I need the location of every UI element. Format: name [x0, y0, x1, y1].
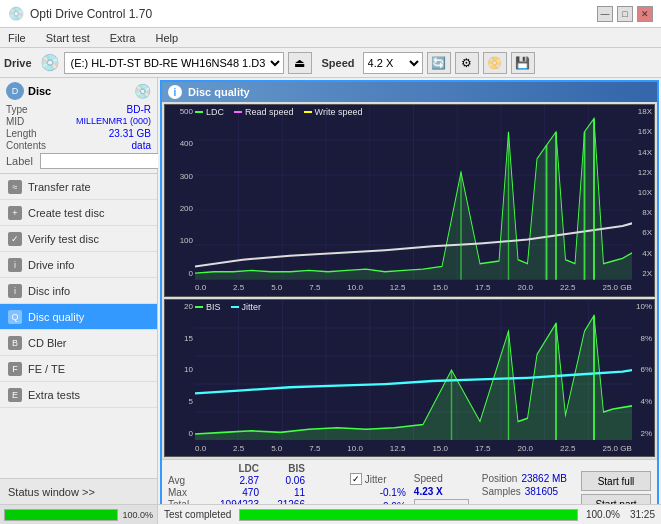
sidebar-item-extra-tests[interactable]: E Extra tests [0, 382, 157, 408]
byr-label-6: 6% [634, 365, 652, 374]
sidebar-progress-bar-container: 100.0% [0, 504, 157, 524]
avg-ldc-val: 2.87 [204, 475, 259, 486]
eject-button[interactable]: ⏏ [288, 52, 312, 74]
refresh-button[interactable]: 🔄 [427, 52, 451, 74]
bottom-status: Test completed 100.0% 31:25 [158, 504, 661, 524]
minimize-button[interactable]: — [597, 6, 613, 22]
yr-label-4x: 4X [634, 249, 652, 258]
yr-label-14x: 14X [634, 148, 652, 157]
start-full-button[interactable]: Start full [581, 471, 651, 491]
disc-length-row: Length 23.31 GB [6, 128, 151, 139]
sidebar-item-disc-quality[interactable]: Q Disc quality [0, 304, 157, 330]
save-button[interactable]: 💾 [511, 52, 535, 74]
sidebar-item-create-test-disc[interactable]: + Create test disc [0, 200, 157, 226]
position-value: 23862 MB [521, 473, 567, 484]
avg-label: Avg [168, 475, 198, 486]
avg-jitter-val: -0.1% [366, 487, 406, 498]
disc-label-row: Label 🔍 [6, 153, 151, 169]
bottom-chart-legend: BIS Jitter [195, 302, 261, 312]
settings-button[interactable]: ⚙ [455, 52, 479, 74]
sidebar-item-transfer-rate[interactable]: ≈ Transfer rate [0, 174, 157, 200]
drive-select[interactable]: (E:) HL-DT-ST BD-RE WH16NS48 1.D3 [64, 52, 284, 74]
legend-ldc: LDC [195, 107, 224, 117]
close-button[interactable]: ✕ [637, 6, 653, 22]
disc-contents-label: Contents [6, 140, 56, 151]
y-label-400: 400 [167, 139, 193, 148]
top-chart-svg [195, 105, 632, 280]
max-ldc-val: 470 [204, 487, 259, 498]
jitter-checkbox[interactable]: ✓ [350, 473, 362, 485]
menu-help[interactable]: Help [151, 30, 182, 46]
stats-max-row: Max 470 11 [168, 487, 342, 498]
speed-select[interactable]: 4.2 X [363, 52, 423, 74]
y-label-500: 500 [167, 107, 193, 116]
disc-type-label: Type [6, 104, 56, 115]
legend-bis: BIS [195, 302, 221, 312]
drive-icon: 💿 [40, 53, 60, 72]
speed-header: Speed [414, 473, 474, 484]
yr-label-2x: 2X [634, 269, 652, 278]
menu-extra[interactable]: Extra [106, 30, 140, 46]
status-progress-track [239, 509, 578, 521]
status-window[interactable]: Status window >> [0, 478, 157, 504]
disc-mid-value: MILLENMR1 (000) [76, 116, 151, 127]
menu-bar: File Start test Extra Help [0, 28, 661, 48]
top-chart-area [195, 105, 632, 280]
bottom-chart-svg [195, 300, 632, 440]
bis-header: BIS [265, 463, 305, 474]
maximize-button[interactable]: □ [617, 6, 633, 22]
status-progress-fill [240, 510, 577, 520]
sidebar-progress-fill [5, 510, 117, 520]
yr-label-6x: 6X [634, 228, 652, 237]
avg-bis-val: 0.06 [265, 475, 305, 486]
menu-start-test[interactable]: Start test [42, 30, 94, 46]
disc-length-label: Length [6, 128, 56, 139]
sidebar-item-fe-te[interactable]: F FE / TE [0, 356, 157, 382]
bottom-chart-area [195, 300, 632, 440]
top-chart-x-axis: 0.0 2.5 5.0 7.5 10.0 12.5 15.0 17.5 20.0… [195, 280, 632, 296]
disc-label-input[interactable] [40, 153, 169, 169]
main-area: D Disc 💿 Type BD-R MID MILLENMR1 (000) L… [0, 78, 661, 524]
window-controls: — □ ✕ [597, 6, 653, 22]
charts-container: LDC Read speed Write speed 0 [162, 102, 657, 459]
legend-jitter: Jitter [231, 302, 262, 312]
by-label-20: 20 [167, 302, 193, 311]
read-speed-legend-dot [234, 111, 242, 113]
sidebar-item-cd-bler[interactable]: B CD Bler [0, 330, 157, 356]
yr-label-16x: 16X [634, 127, 652, 136]
disc-panel-icon: D [6, 82, 24, 100]
nav-items: ≈ Transfer rate + Create test disc ✓ Ver… [0, 174, 157, 408]
disc-contents-value: data [132, 140, 151, 151]
content-area: i Disc quality LDC Read [158, 78, 661, 524]
ldc-legend-dot [195, 111, 203, 113]
speed-label: Speed [322, 57, 355, 69]
disc-quality-icon: Q [8, 310, 22, 324]
disc-label-label: Label [6, 155, 40, 167]
disc-type-row: Type BD-R [6, 104, 151, 115]
bottom-chart-x-axis: 0.0 2.5 5.0 7.5 10.0 12.5 15.0 17.5 20.0… [195, 440, 632, 456]
sidebar-item-disc-info[interactable]: i Disc info [0, 278, 157, 304]
transfer-rate-icon: ≈ [8, 180, 22, 194]
position-label: Position [482, 473, 518, 484]
byr-label-4: 4% [634, 397, 652, 406]
sidebar-item-drive-info[interactable]: i Drive info [0, 252, 157, 278]
menu-file[interactable]: File [4, 30, 30, 46]
speed-value: 4.23 X [414, 486, 474, 497]
y-label-100: 100 [167, 236, 193, 245]
byr-label-10: 10% [634, 302, 652, 311]
disc-mid-label: MID [6, 116, 56, 127]
bottom-chart-y-axis: 0 5 10 15 20 [165, 300, 195, 440]
disc-quality-title: Disc quality [188, 86, 250, 98]
sidebar-item-verify-test-disc[interactable]: ✓ Verify test disc [0, 226, 157, 252]
drive-label: Drive [4, 57, 32, 69]
top-chart-y-axis: 0 100 200 300 400 500 [165, 105, 195, 280]
status-time: 31:25 [630, 509, 655, 520]
position-section: Position 23862 MB Samples 381605 [482, 473, 567, 497]
top-chart: LDC Read speed Write speed 0 [164, 104, 655, 297]
samples-label: Samples [482, 486, 521, 497]
media-button[interactable]: 📀 [483, 52, 507, 74]
samples-value: 381605 [525, 486, 558, 497]
yr-label-18x: 18X [634, 107, 652, 116]
disc-length-value: 23.31 GB [109, 128, 151, 139]
byr-label-8: 8% [634, 334, 652, 343]
